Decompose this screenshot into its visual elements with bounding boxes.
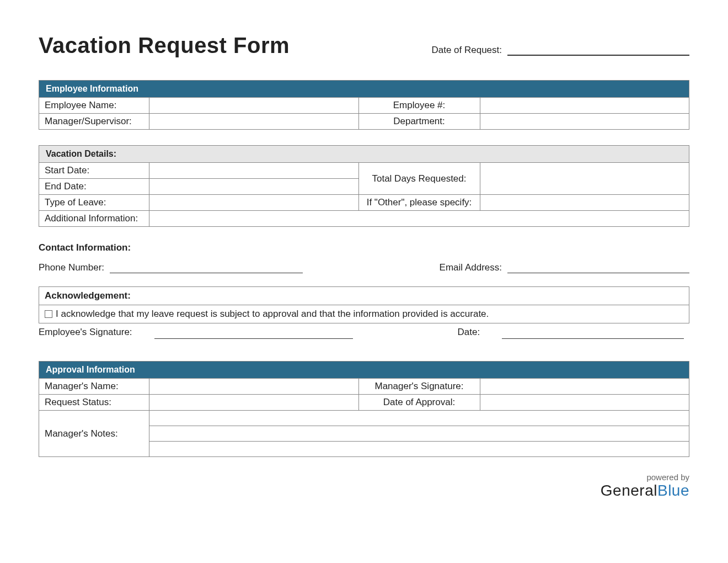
date-of-request-label: Date of Request: bbox=[431, 45, 502, 56]
signature-date-field[interactable] bbox=[502, 327, 684, 339]
brand-logo: GeneralBlue bbox=[39, 482, 689, 500]
total-days-label: Total Days Requested: bbox=[358, 163, 480, 195]
other-specify-label: If "Other", please specify: bbox=[358, 195, 480, 211]
start-date-field[interactable] bbox=[149, 163, 359, 179]
employee-signature-label: Employee's Signature: bbox=[39, 327, 132, 339]
contact-info-header: Contact Information: bbox=[39, 242, 689, 253]
type-of-leave-field[interactable] bbox=[149, 195, 359, 211]
acknowledgement-table: Acknowledgement: I acknowledge that my l… bbox=[39, 286, 689, 323]
request-status-label: Request Status: bbox=[39, 395, 149, 411]
form-title: Vacation Request Form bbox=[39, 33, 290, 58]
request-status-field[interactable] bbox=[149, 395, 359, 411]
date-of-approval-label: Date of Approval: bbox=[358, 395, 480, 411]
employee-signature-field[interactable] bbox=[154, 327, 353, 339]
manager-notes-label: Manager's Notes: bbox=[39, 411, 149, 457]
acknowledgement-header: Acknowledgement: bbox=[39, 287, 689, 305]
manager-notes-line-2[interactable] bbox=[149, 426, 689, 442]
manager-notes-line-3[interactable] bbox=[149, 442, 689, 457]
acknowledgement-text: I acknowledge that my leave request is s… bbox=[56, 309, 489, 319]
email-label: Email Address: bbox=[440, 262, 502, 273]
manager-signature-field[interactable] bbox=[480, 379, 689, 395]
approval-info-table: Approval Information Manager's Name: Man… bbox=[39, 361, 689, 457]
employee-number-label: Employee #: bbox=[358, 98, 480, 114]
additional-info-label: Additional Information: bbox=[39, 211, 149, 227]
employee-number-field[interactable] bbox=[480, 98, 689, 114]
employee-name-field[interactable] bbox=[149, 98, 359, 114]
signature-date-label: Date: bbox=[458, 327, 480, 339]
vacation-details-table: Vacation Details: Start Date: Total Days… bbox=[39, 145, 689, 227]
manager-notes-line-1[interactable] bbox=[149, 411, 689, 426]
start-date-label: Start Date: bbox=[39, 163, 149, 179]
date-of-approval-field[interactable] bbox=[480, 395, 689, 411]
powered-by-text: powered by bbox=[39, 472, 689, 482]
date-of-request-field[interactable] bbox=[507, 44, 689, 56]
manager-label: Manager/Supervisor: bbox=[39, 114, 149, 130]
acknowledgement-row: I acknowledge that my leave request is s… bbox=[39, 305, 689, 323]
employee-info-header: Employee Information bbox=[39, 81, 689, 98]
phone-label: Phone Number: bbox=[39, 262, 104, 273]
additional-info-field[interactable] bbox=[149, 211, 689, 227]
department-label: Department: bbox=[358, 114, 480, 130]
manager-name-field[interactable] bbox=[149, 379, 359, 395]
email-field[interactable] bbox=[507, 261, 689, 273]
department-field[interactable] bbox=[480, 114, 689, 130]
other-specify-field[interactable] bbox=[480, 195, 689, 211]
brand-part-2: Blue bbox=[657, 482, 689, 499]
manager-name-label: Manager's Name: bbox=[39, 379, 149, 395]
type-of-leave-label: Type of Leave: bbox=[39, 195, 149, 211]
end-date-label: End Date: bbox=[39, 179, 149, 195]
employee-name-label: Employee Name: bbox=[39, 98, 149, 114]
manager-field[interactable] bbox=[149, 114, 359, 130]
total-days-field[interactable] bbox=[480, 163, 689, 195]
end-date-field[interactable] bbox=[149, 179, 359, 195]
acknowledgement-checkbox[interactable] bbox=[45, 310, 52, 318]
approval-info-header: Approval Information bbox=[39, 362, 689, 379]
brand-part-1: General bbox=[601, 482, 657, 499]
footer: powered by GeneralBlue bbox=[39, 472, 689, 500]
manager-signature-label: Manager's Signature: bbox=[358, 379, 480, 395]
employee-info-table: Employee Information Employee Name: Empl… bbox=[39, 80, 689, 130]
phone-field[interactable] bbox=[110, 261, 303, 273]
vacation-details-header: Vacation Details: bbox=[39, 146, 689, 163]
